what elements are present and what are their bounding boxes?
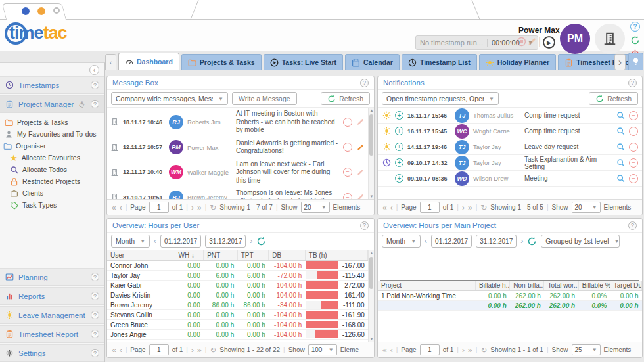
- table-row[interactable]: Kaier Gabi0.000.00 h0.00 h-104.00 h-272.…: [107, 281, 368, 290]
- column-header[interactable]: Billable %: [578, 281, 610, 291]
- prev-page-icon[interactable]: ‹: [120, 203, 122, 212]
- prev-period-icon[interactable]: ‹: [425, 237, 427, 246]
- sidebar-item-allocate-favourites[interactable]: ★Allocate Favourites: [0, 152, 104, 163]
- start-timestamp-button[interactable]: ▶: [543, 36, 555, 49]
- delete-message-icon[interactable]: −: [343, 143, 352, 152]
- delete-message-icon[interactable]: −: [343, 118, 352, 127]
- write-message-button[interactable]: Write a Message: [232, 92, 297, 105]
- page-input[interactable]: 1: [420, 202, 440, 213]
- table-row[interactable]: Taylor Jay0.006.00 h6.00 h-72.00 h-115.4…: [107, 271, 368, 281]
- help-icon[interactable]: ?: [91, 349, 99, 357]
- reload-icon[interactable]: ↻: [480, 346, 487, 355]
- page-input[interactable]: 1: [420, 344, 440, 355]
- view-details-icon[interactable]: [616, 158, 625, 167]
- column-header[interactable]: DB: [269, 250, 306, 261]
- reload-icon[interactable]: ↻: [210, 346, 216, 355]
- help-icon[interactable]: ?: [630, 22, 640, 32]
- period-select[interactable]: Month▼: [111, 235, 150, 248]
- prev-page-icon[interactable]: ‹: [390, 346, 393, 355]
- first-page-icon[interactable]: «: [382, 203, 387, 212]
- tab-dashboard[interactable]: Dashboard: [118, 53, 179, 70]
- message-row[interactable]: 31.10.17 10:51 BJ Brown Jeremy Thompson …: [107, 187, 368, 199]
- next-page-icon[interactable]: ›: [462, 203, 465, 212]
- refresh-icon[interactable]: [527, 237, 537, 246]
- date-to-input[interactable]: 31.12.2017: [476, 235, 517, 248]
- column-header[interactable]: TPT: [237, 250, 269, 261]
- table-row[interactable]: 1 Paid Non-Working Time 0.00 h 262.00 h …: [378, 291, 642, 301]
- refresh-button[interactable]: Refresh: [589, 92, 638, 105]
- sidebar-item-planning[interactable]: Planning ?: [0, 268, 104, 286]
- window-control-icon[interactable]: [53, 7, 60, 14]
- help-icon[interactable]: ?: [91, 100, 99, 108]
- sidebar-item-settings[interactable]: Settings ?: [0, 344, 104, 362]
- sidebar-item-my-favourites[interactable]: My Favourites and To-dos: [0, 129, 104, 139]
- add-icon[interactable]: +: [395, 127, 403, 135]
- window-control-icon[interactable]: [22, 7, 30, 15]
- dismiss-icon[interactable]: −: [629, 143, 638, 152]
- help-icon[interactable]: ?: [91, 311, 99, 319]
- first-page-icon[interactable]: «: [112, 346, 116, 355]
- notification-filter-select[interactable]: Open timestamp requests, Open le▼: [382, 92, 499, 105]
- view-details-icon[interactable]: [616, 127, 625, 135]
- table-row[interactable]: Connor John0.000.00 h0.00 h-104.00 h-167…: [107, 261, 368, 271]
- help-icon[interactable]: ?: [360, 79, 369, 87]
- table-row[interactable]: Stevans Collin0.000.00 h0.00 h-104.00 h-…: [107, 310, 368, 320]
- reload-icon[interactable]: ↻: [210, 203, 216, 212]
- tabs-scroll-right-button[interactable]: ›: [614, 54, 626, 70]
- table-row[interactable]: Davies Kristin0.000.00 h0.00 h-104.00 h-…: [107, 290, 368, 300]
- column-header[interactable]: Target Du...: [610, 281, 641, 291]
- tab-projects-tasks[interactable]: Projects & Tasks: [181, 54, 262, 70]
- message-filter-select[interactable]: Company wide messages, Message▼: [111, 92, 228, 105]
- tabs-scroll-left-button[interactable]: ‹: [105, 54, 116, 70]
- table-row[interactable]: Jones Angie0.000.00 h0.00 h-104.00 h-126…: [107, 330, 368, 340]
- help-icon[interactable]: ?: [360, 221, 369, 230]
- date-to-input[interactable]: 31.12.2017: [205, 235, 246, 248]
- user-avatar[interactable]: PM: [560, 24, 590, 54]
- message-row[interactable]: 18.11.17 10:46 RJ Roberts Jim At IT-meet…: [107, 108, 368, 137]
- delete-message-icon[interactable]: −: [343, 193, 352, 200]
- help-icon[interactable]: ?: [91, 330, 99, 338]
- sidebar-item-reports[interactable]: Reports ?: [0, 287, 104, 305]
- delete-message-icon[interactable]: −: [343, 168, 352, 177]
- column-header[interactable]: TB (h): [305, 250, 367, 261]
- tab-calendar[interactable]: Calendar: [345, 54, 400, 70]
- scrollbar[interactable]: ▲▼: [368, 250, 374, 342]
- edit-message-icon[interactable]: [356, 168, 365, 177]
- view-details-icon[interactable]: [616, 111, 625, 120]
- column-header[interactable]: Project: [378, 281, 476, 291]
- dismiss-icon[interactable]: −: [629, 127, 638, 136]
- sidebar-item-timesheet-report[interactable]: Timesheet Report ?: [0, 325, 104, 343]
- sidebar-collapse-icon[interactable]: ‹: [89, 65, 99, 75]
- help-icon[interactable]: ?: [91, 273, 99, 281]
- edit-message-icon[interactable]: [356, 143, 365, 152]
- last-page-icon[interactable]: »: [468, 346, 472, 355]
- date-from-input[interactable]: 01.12.2017: [160, 235, 201, 248]
- notification-row[interactable]: + 16.11.17 15:46 TJ Thomas Julius Comp t…: [378, 108, 642, 124]
- column-header[interactable]: Non-billa...: [510, 281, 544, 291]
- sidebar-item-timestamps[interactable]: Timestamps ?: [0, 76, 104, 94]
- next-period-icon[interactable]: ›: [250, 237, 252, 246]
- dismiss-icon[interactable]: −: [629, 174, 638, 183]
- notification-row[interactable]: + 14.11.17 19:46 TJ Taylor Jay Leave day…: [378, 139, 642, 155]
- column-header[interactable]: PNT: [204, 250, 238, 261]
- next-page-icon[interactable]: ›: [462, 346, 465, 355]
- sidebar-item-restricted-projects[interactable]: Restricted Projects: [0, 176, 104, 187]
- dismiss-icon[interactable]: −: [629, 111, 638, 120]
- page-input[interactable]: 1: [149, 202, 169, 213]
- page-size-select[interactable]: 20▼: [572, 202, 601, 213]
- reload-icon[interactable]: ↻: [480, 203, 487, 212]
- prev-page-icon[interactable]: ‹: [120, 346, 122, 355]
- column-header[interactable]: User: [107, 250, 175, 261]
- notification-row[interactable]: + 16.11.17 15:45 WC Wright Carrie Comp t…: [378, 124, 642, 139]
- sidebar-item-project-management[interactable]: Project Management ☞ ?: [0, 95, 104, 113]
- next-period-icon[interactable]: ›: [520, 237, 523, 246]
- tab-tasks-live-start[interactable]: Tasks: Live Start: [264, 54, 343, 70]
- column-header[interactable]: Total wor...: [544, 281, 578, 291]
- company-avatar[interactable]: [595, 24, 625, 54]
- page-size-select[interactable]: 25▼: [572, 344, 601, 355]
- prev-page-icon[interactable]: ‹: [390, 203, 393, 212]
- next-page-icon[interactable]: ›: [191, 203, 194, 212]
- tab-tips[interactable]: [628, 53, 643, 70]
- prev-period-icon[interactable]: ‹: [154, 237, 156, 246]
- tab-timestamp-list[interactable]: Timestamp List: [402, 54, 477, 70]
